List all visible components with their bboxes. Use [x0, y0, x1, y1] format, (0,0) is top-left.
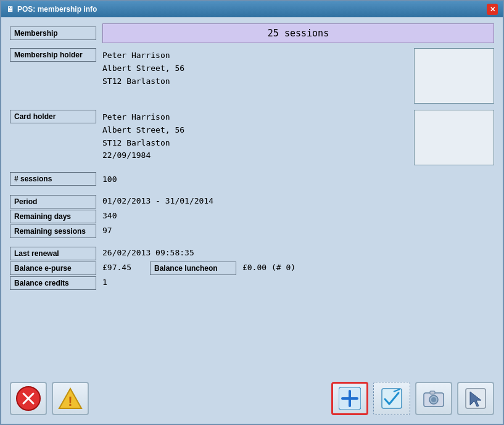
title-icon: 🖥: [6, 5, 14, 14]
balance-luncheon-value: £0.00 (# 0): [236, 262, 302, 273]
period-label: Period: [10, 195, 96, 208]
cursor-btn[interactable]: [457, 382, 494, 415]
balance-epurse-label: Balance e-purse: [10, 262, 96, 275]
svg-text:!: !: [68, 394, 72, 409]
close-button[interactable]: ✕: [487, 4, 498, 15]
last-renewal-value: 26/02/2013 09:58:35: [96, 247, 200, 258]
period-value: 01/02/2013 - 31/01/2014: [96, 195, 220, 207]
title-bar: 🖥 POS: membership info ✕: [1, 1, 503, 17]
card-holder-row: Card holder Peter Harrison Albert Street…: [10, 110, 494, 165]
membership-label: Membership: [10, 27, 96, 40]
balance-credits-label: Balance credits: [10, 276, 96, 290]
card-holder-label: Card holder: [10, 110, 96, 123]
balance-credits-row: Balance credits 1: [10, 276, 494, 291]
remaining-days-value: 340: [96, 210, 123, 221]
window-title: POS: membership info: [17, 5, 97, 14]
sessions-label: # sessions: [10, 172, 96, 186]
card-addr1: Albert Street, 56: [102, 124, 408, 137]
remaining-sessions-label: Remaining sessions: [10, 225, 96, 238]
card-name: Peter Harrison: [102, 111, 408, 124]
svg-rect-13: [430, 391, 435, 394]
title-bar-left: 🖥 POS: membership info: [6, 5, 97, 14]
svg-point-12: [431, 397, 436, 402]
period-row: Period 01/02/2013 - 31/01/2014: [10, 195, 494, 210]
sessions-row: # sessions 100: [10, 171, 494, 186]
add-btn[interactable]: [331, 382, 368, 415]
warning-btn[interactable]: !: [52, 382, 89, 415]
balance-luncheon-label: Balance luncheon: [150, 262, 236, 275]
membership-value: 25 sessions: [102, 23, 494, 43]
membership-row: Membership 25 sessions: [10, 23, 494, 43]
card-addr2: ST12 Barlaston: [102, 137, 408, 150]
membership-holder-label: Membership holder: [10, 48, 96, 62]
remaining-days-label: Remaining days: [10, 210, 96, 223]
holder-addr2: ST12 Barlaston: [102, 75, 408, 88]
close-btn[interactable]: [10, 382, 47, 415]
remaining-days-row: Remaining days 340: [10, 210, 494, 225]
last-renewal-label: Last renewal: [10, 247, 96, 260]
last-renewal-row: Last renewal 26/02/2013 09:58:35: [10, 247, 494, 262]
membership-holder-address: Peter Harrison Albert Street, 56 ST12 Ba…: [96, 48, 414, 89]
holder-addr1: Albert Street, 56: [102, 62, 408, 75]
check-btn[interactable]: [373, 382, 410, 415]
balance-epurse-value: £97.45: [96, 262, 138, 273]
card-holder-photo: [414, 110, 494, 165]
balance-row: Balance e-purse £97.45 Balance luncheon …: [10, 262, 494, 276]
card-dob: 22/09/1984: [102, 149, 408, 162]
remaining-sessions-row: Remaining sessions 97: [10, 225, 494, 239]
camera-btn[interactable]: [415, 382, 452, 415]
sessions-value: 100: [96, 173, 123, 185]
toolbar: !: [1, 376, 503, 424]
membership-holder-row: Membership holder Peter Harrison Albert …: [10, 48, 494, 104]
content-area: Membership 25 sessions Membership holder…: [1, 17, 503, 376]
remaining-sessions-value: 97: [96, 225, 118, 236]
holder-name: Peter Harrison: [102, 49, 408, 62]
main-window: 🖥 POS: membership info ✕ Membership 25 s…: [0, 0, 504, 425]
balance-credits-value: 1: [96, 276, 114, 288]
card-holder-address: Peter Harrison Albert Street, 56 ST12 Ba…: [96, 110, 414, 163]
membership-holder-photo: [414, 48, 494, 104]
